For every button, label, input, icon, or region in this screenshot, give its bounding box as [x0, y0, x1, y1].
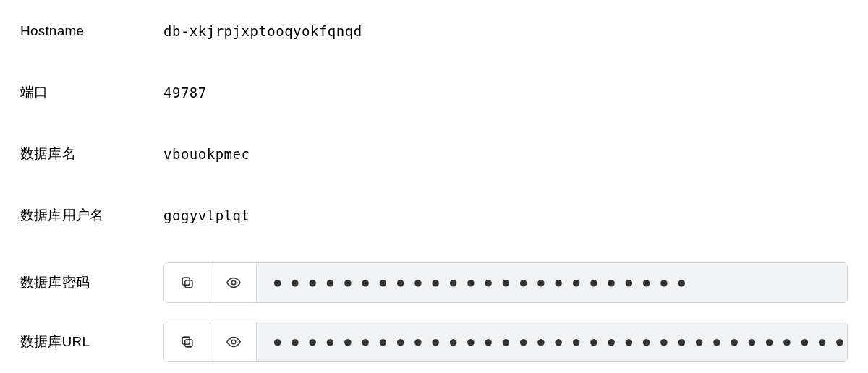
label-dburl: 数据库URL	[20, 334, 163, 351]
label-port: 端口	[20, 85, 163, 101]
row-dburl: 数据库URL ●●●●●●●●●●●●●●●●●●●●●●	[20, 322, 848, 362]
label-hostname: Hostname	[20, 23, 163, 40]
row-dbuser: 数据库用户名 gogyvlplqt	[20, 201, 848, 230]
row-dbname: 数据库名 vbouokpmec	[20, 140, 848, 168]
row-port: 端口 49787	[20, 78, 848, 107]
svg-rect-1	[182, 278, 190, 285]
masked-value-dbpass: ●●●●●●●●●●●●●●●●●●●●●●●●	[257, 263, 847, 302]
label-dbuser: 数据库用户名	[20, 207, 163, 224]
masked-value-dburl: ●●●●●●●●●●●●●●●●●●●●●●●●●●●●●●●●●●●●●●●●…	[257, 322, 847, 361]
value-hostname: db-xkjrpjxptooqyokfqnqd	[163, 23, 362, 39]
label-dbname: 数据库名	[20, 146, 163, 163]
eye-icon	[226, 334, 242, 350]
reveal-dbpass-button[interactable]	[210, 263, 257, 302]
label-dbpass: 数据库密码	[20, 275, 163, 291]
copy-icon	[179, 275, 195, 291]
reveal-dburl-button[interactable]	[210, 322, 257, 361]
row-hostname: Hostname db-xkjrpjxptooqyokfqnqd	[20, 17, 848, 46]
masked-group-dburl: ●●●●●●●●●●●●●●●●●●●●●●●●●●●●●●●●●●●●●●●●…	[163, 322, 848, 362]
svg-rect-4	[182, 337, 190, 344]
eye-icon	[226, 275, 242, 291]
value-dbname: vbouokpmec	[163, 146, 250, 162]
value-port: 49787	[163, 85, 207, 100]
copy-icon	[179, 334, 195, 350]
connection-details: Hostname db-xkjrpjxptooqyokfqnqd 端口 4978…	[0, 0, 868, 362]
svg-rect-3	[184, 340, 192, 347]
svg-point-2	[231, 280, 236, 285]
masked-group-dbpass: ●●●●●●●●●●●●●●●●●●●●●●●●	[163, 262, 848, 303]
copy-dbpass-button[interactable]	[164, 263, 210, 302]
svg-rect-0	[184, 280, 192, 288]
value-dbuser: gogyvlplqt	[163, 207, 250, 223]
svg-point-5	[231, 340, 236, 344]
copy-dburl-button[interactable]	[164, 322, 210, 361]
row-dbpass: 数据库密码 ●●●●●●●●●●●●●●●●●●●●●●●	[20, 262, 848, 303]
